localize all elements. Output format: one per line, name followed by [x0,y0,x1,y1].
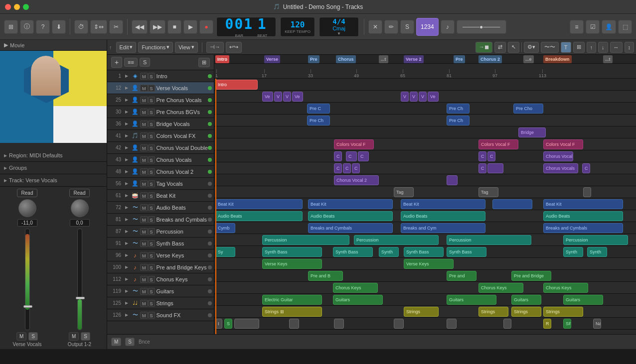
seg-precho-3[interactable]: Pre Cho [513,104,543,114]
help-button[interactable]: ? [36,20,50,34]
seg-cvd-c4[interactable]: C [478,151,486,161]
lane-61[interactable]: Beat Kit Beat Kit Beat Kit Beat Kit [214,198,636,210]
track-s-119[interactable]: S [148,288,155,295]
seg-sfx-s[interactable]: S [224,319,232,329]
minimize-button[interactable] [14,4,20,10]
seg-guitars-1[interactable]: Guitars [333,295,383,305]
track-s-41[interactable]: S [148,132,155,139]
rewind-button[interactable]: ◀◀ [132,20,148,34]
seg-v4[interactable]: V [410,92,418,102]
bottom-s-btn[interactable]: S [125,338,135,346]
snap-left-btn[interactable]: ⊣→ [206,42,224,53]
seg-tag-3[interactable] [583,187,591,197]
seg-prechorus-1[interactable]: Pre C [307,104,330,114]
tuning-icon[interactable]: ♪ [441,20,455,34]
seg-tag-1[interactable]: Tag [394,187,414,197]
seg-sb-2[interactable]: Synth Bass [333,247,373,257]
seg-chorusvocal[interactable]: Chorus Vocal [543,151,573,161]
seg-cv-c4[interactable]: C [478,163,486,173]
track-s-81[interactable]: S [148,216,155,223]
grid-toggle-button[interactable]: ≡≡ [124,58,138,67]
track-play-81[interactable]: ▶ [123,216,130,223]
track-m-30[interactable]: M [140,109,148,116]
seg-ve1[interactable]: Ve [262,92,273,102]
library-button[interactable]: ⬇ [52,20,66,34]
track-m-41[interactable]: M [140,132,148,139]
seg-v3[interactable]: V [401,92,409,102]
seg-eg[interactable]: Electric Guitar [262,295,322,305]
read-button-1[interactable]: Read [17,189,38,197]
movie-label[interactable]: ▶ Movie [0,40,107,51]
bottom-m-btn[interactable]: M [111,338,121,346]
seg-ve2[interactable]: Ve [292,92,303,102]
track-s-1[interactable]: S [148,73,155,80]
solo-button-2[interactable]: S [81,332,90,341]
track-s-100[interactable]: S [148,264,155,271]
scissors-button[interactable]: ✂ [109,20,123,34]
functions-dropdown[interactable]: Functions ▾ [138,42,173,53]
track-m-126[interactable]: M [140,312,148,319]
seg-strings-5[interactable]: Strings [543,307,583,317]
lane-87[interactable]: Percussion Percussion Percussion Percuss… [214,234,636,246]
seg-cv2-2[interactable] [447,175,458,185]
mixer-button[interactable]: ⊞ [4,20,18,34]
track-m-25[interactable]: M [140,97,148,104]
seg-bk-2[interactable]: Beat Kit [308,199,393,209]
transport-display[interactable]: 001 BAR 1 BEAT [216,17,276,37]
seg-cv-c3[interactable]: C [352,163,360,173]
track-play-1[interactable]: ▶ [123,73,130,80]
track-row-30[interactable]: 30 ▶ 👤 M S Pre Chorus BGVs [107,106,214,118]
track-s-56[interactable]: S [148,180,155,187]
seg-sfx-3[interactable] [289,319,299,329]
track-row-43[interactable]: 43 ▶ 👤 M S Chorus Vocals [107,154,214,166]
seg-sb-6[interactable]: Synth [587,247,607,257]
seg-sb-1[interactable]: Synth Bass [262,247,322,257]
track-play-36[interactable]: ▶ [123,121,130,127]
pencil-button[interactable]: ✏ [384,20,398,34]
lane-12[interactable]: Ve V V Ve V V V Ve [214,91,636,103]
seg-colorsvf-2[interactable]: Colors Vocal F [478,139,518,149]
track-play-125[interactable]: ▶ [123,300,130,307]
track-row-126[interactable]: 126 ▶ 〜 M S Sound FX [107,309,214,321]
track-m-125[interactable]: M [140,300,148,307]
seg-guitars-2[interactable]: Guitars [447,295,496,305]
seg-pbk-1[interactable]: Pre and B [308,271,343,281]
track-play-42[interactable]: ▶ [123,144,130,151]
track-row-96[interactable]: 96 ▶ ♪ M S Verse Keys [107,249,214,261]
seg-cvd-c2[interactable]: C [346,151,357,161]
seg-strings-1[interactable]: Strings ⊞ [262,307,322,317]
track-row-48[interactable]: 48 ▶ 👤 M S Chorus Vocal 2 [107,166,214,178]
seg-sfx-na[interactable]: Na [593,319,601,329]
lane-125[interactable]: Strings ⊞ Strings Strings Strings String… [214,306,636,318]
track-m-119[interactable]: M [140,288,148,295]
lane-43[interactable]: C C C C Chorus Vocals C [214,162,636,174]
lane-36[interactable]: Bridge [214,126,636,138]
track-s-48[interactable]: S [148,168,155,175]
timeline-area[interactable]: Intro Verse Pre Chorus ...t Verse 2 Pre … [214,55,636,334]
seg-cv-c5[interactable]: C [582,163,590,173]
track-row-100[interactable]: 100 ▶ ♪ M S Pre and Bridge Keys [107,261,214,273]
track-m-81[interactable]: M [140,216,148,223]
waveform-btn[interactable]: 〜〜 [541,42,559,53]
seg-sfx-5[interactable] [394,319,404,329]
seg-bc-3[interactable]: Breaks and Cymbals [543,223,623,233]
track-m-43[interactable]: M [140,156,148,163]
stop-button[interactable]: ■ [167,20,181,34]
play-button[interactable]: ▶ [183,20,197,34]
track-s-30[interactable]: S [148,109,155,116]
seg-cv-c1[interactable]: C [334,163,342,173]
track-s-25[interactable]: S [148,97,155,104]
seg-prechorus-2[interactable]: Pre Ch [447,104,470,114]
seg-ck-1[interactable]: Chorus Keys [333,283,378,293]
check-button[interactable]: ☑ [586,20,600,34]
seg-ab-4[interactable]: Audio Beats [543,211,623,221]
seg-bc-2[interactable]: Breaks and Cym [401,223,485,233]
lane-41[interactable]: Colors Vocal F Colors Vocal F Colors Voc… [214,138,636,150]
seg-cvd-c5[interactable]: C [487,151,495,161]
track-play-100[interactable]: ▶ [123,264,130,271]
seg-pbk-2[interactable]: Pre and [447,271,477,281]
seg-cv-c2[interactable]: C [343,163,351,173]
seg-vk-1[interactable]: Verse Keys [262,259,322,269]
sig-display[interactable]: 4/4 Cmaj ▼ [319,17,359,37]
track-s-42[interactable]: S [148,144,155,151]
